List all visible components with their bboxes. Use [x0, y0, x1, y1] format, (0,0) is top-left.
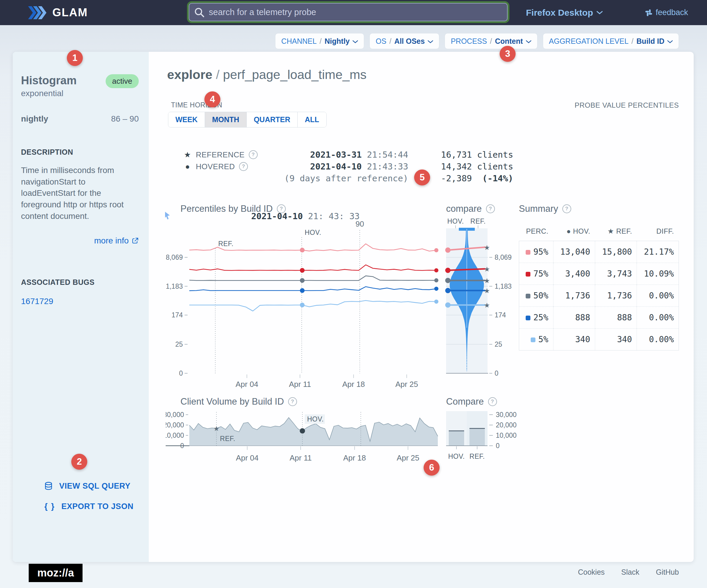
percentile-swatch — [526, 294, 530, 299]
mozilla-logo[interactable]: moz://a — [29, 564, 82, 582]
filter-channel[interactable]: CHANNEL / Nightly — [275, 33, 364, 49]
svg-text:REF.: REF. — [220, 435, 235, 443]
reference-label: REFERENCE — [196, 150, 245, 160]
hovered-dot-marker — [300, 428, 305, 434]
reference-row: ★ REFERENCE ? 2021-03-31 21:54:44 16,731… — [183, 149, 513, 161]
hovered-label: HOVERED — [196, 162, 235, 171]
bugs-heading: ASSOCIATED BUGS — [21, 278, 139, 287]
tab-all[interactable]: ALL — [298, 112, 326, 127]
glam-chevrons-icon — [28, 6, 47, 19]
table-row[interactable]: 5%3403400.00% — [519, 328, 679, 350]
annotation-badge-3: 3 — [500, 46, 516, 62]
view-sql-button[interactable]: VIEW SQL QUERY — [44, 482, 130, 491]
product-selector[interactable]: Firefox Desktop — [526, 0, 603, 25]
footer-link-cookies[interactable]: Cookies — [578, 568, 605, 577]
tab-month[interactable]: MONTH — [205, 112, 247, 127]
table-row[interactable]: 95%13,04015,80021.17% — [519, 241, 679, 263]
filter-bar: CHANNEL / Nightly OS / All OSes PROCESS … — [275, 33, 679, 49]
footer-links: Cookies Slack GitHub — [578, 568, 679, 577]
footer-link-github[interactable]: GitHub — [656, 568, 679, 577]
svg-text:30,000: 30,000 — [166, 411, 184, 418]
status-badge: active — [106, 74, 139, 88]
time-horizon-tabs: WEEK MONTH QUARTER ALL — [168, 112, 327, 128]
percentile-line-50% — [189, 276, 436, 281]
probe-description: Time in milliseconds from navigationStar… — [21, 165, 139, 222]
product-label: Firefox Desktop — [526, 8, 593, 18]
percentile-swatch — [526, 272, 530, 277]
probe-value-heading: PROBE VALUE PERCENTILES — [533, 101, 679, 109]
compare-bars-title: Compare? — [446, 396, 497, 407]
client-volume-chart[interactable]: 30,00020,00010,0000★REF.HOV.Apr 04Apr 11… — [166, 410, 445, 472]
compare-bars-chart[interactable]: 30,00020,00010,0000HOV.REF. — [444, 410, 520, 472]
chevron-down-icon — [667, 40, 673, 43]
svg-text:1,183: 1,183 — [166, 282, 183, 290]
svg-text:★: ★ — [484, 287, 490, 295]
export-json-button[interactable]: { } EXPORT TO JSON — [44, 501, 133, 511]
svg-text:Apr 04: Apr 04 — [235, 380, 258, 389]
help-icon[interactable]: ? — [249, 150, 258, 159]
percentiles-chart[interactable]: 0251741,1838,069Apr 04Apr 11Apr 18Apr 25… — [166, 204, 445, 393]
chevron-down-icon — [428, 40, 433, 43]
table-row[interactable]: 75%3,4003,74310.09% — [519, 263, 679, 285]
feedback-label: feedback — [655, 8, 688, 17]
svg-text:10,000: 10,000 — [496, 431, 516, 439]
reference-time: 21:54:44 — [367, 150, 408, 160]
svg-text:8,069: 8,069 — [166, 253, 183, 261]
summary-column-header: ● HOV. — [553, 224, 595, 241]
hovered-point-95% — [300, 248, 305, 252]
help-icon[interactable]: ? — [288, 397, 297, 406]
annotation-badge-6: 6 — [424, 460, 440, 476]
svg-text:25: 25 — [175, 340, 183, 348]
filter-os[interactable]: OS / All OSes — [369, 33, 439, 49]
help-icon[interactable]: ? — [488, 397, 497, 406]
brand-title: GLAM — [53, 6, 88, 19]
reference-date: 2021-03-31 — [310, 150, 362, 160]
probe-type-title: Histogram — [21, 74, 77, 87]
hovered-date: 2021-04-10 — [310, 162, 362, 172]
help-icon[interactable]: ? — [562, 204, 571, 213]
hovered-time: 21:43:33 — [367, 162, 408, 172]
hovered-point-75% — [300, 268, 305, 273]
svg-text:REF.: REF. — [470, 217, 486, 225]
summary-section: Summary? PERC.● HOV.★ REF.DIFF. 95%13,04… — [519, 204, 680, 350]
star-icon: ★ — [183, 150, 192, 160]
svg-text:Apr 25: Apr 25 — [395, 380, 418, 389]
hovered-row: ● HOVERED ? 2021-04-10 21:43:33 14,342 c… — [183, 161, 513, 172]
svg-text:REF.: REF. — [218, 240, 234, 248]
percentile-swatch — [526, 250, 530, 255]
table-row[interactable]: 25%8888880.00% — [519, 307, 679, 328]
channel-label: CHANNEL — [281, 37, 316, 45]
filter-process[interactable]: PROCESS / Content — [445, 33, 538, 49]
more-info-link[interactable]: more info — [21, 236, 139, 245]
aggregation-label: AGGREGATION LEVEL — [549, 37, 629, 45]
svg-text:Apr 04: Apr 04 — [236, 453, 259, 462]
svg-text:174: 174 — [172, 311, 183, 319]
feedback-link[interactable]: feedback — [645, 0, 688, 25]
percentile-line-75% — [189, 265, 436, 270]
dot-icon: ● — [183, 162, 192, 171]
cursor-artifact-icon — [165, 212, 171, 220]
percentile-swatch — [531, 338, 535, 342]
compare-violin-chart[interactable]: 8,0691,183174250HOV.REF.★★★★★ — [444, 204, 518, 393]
svg-text:Apr 25: Apr 25 — [397, 453, 419, 462]
svg-text:★: ★ — [484, 301, 490, 309]
svg-text:0: 0 — [495, 370, 499, 377]
footer-link-slack[interactable]: Slack — [621, 568, 639, 577]
slack-icon — [645, 9, 652, 16]
volume-chart-title: Client Volume by Build ID? — [180, 396, 297, 407]
filter-aggregation-level[interactable]: AGGREGATION LEVEL / Build ID — [543, 33, 679, 49]
table-row[interactable]: 50%1,7361,7360.00% — [519, 285, 679, 307]
svg-text:★: ★ — [484, 244, 490, 251]
chevron-down-icon — [526, 40, 531, 43]
svg-text:0: 0 — [496, 442, 500, 450]
svg-text:HOV.: HOV. — [448, 453, 465, 460]
help-icon[interactable]: ? — [239, 162, 248, 171]
glam-logo[interactable]: GLAM — [28, 0, 88, 25]
tab-quarter[interactable]: QUARTER — [247, 112, 298, 127]
compare-bar-HOV. — [449, 431, 464, 446]
search-input[interactable] — [189, 3, 508, 21]
bug-link[interactable]: 1671729 — [21, 297, 53, 306]
braces-icon: { } — [44, 501, 55, 511]
tab-week[interactable]: WEEK — [168, 112, 205, 127]
probe-subtype: exponential — [21, 89, 77, 98]
